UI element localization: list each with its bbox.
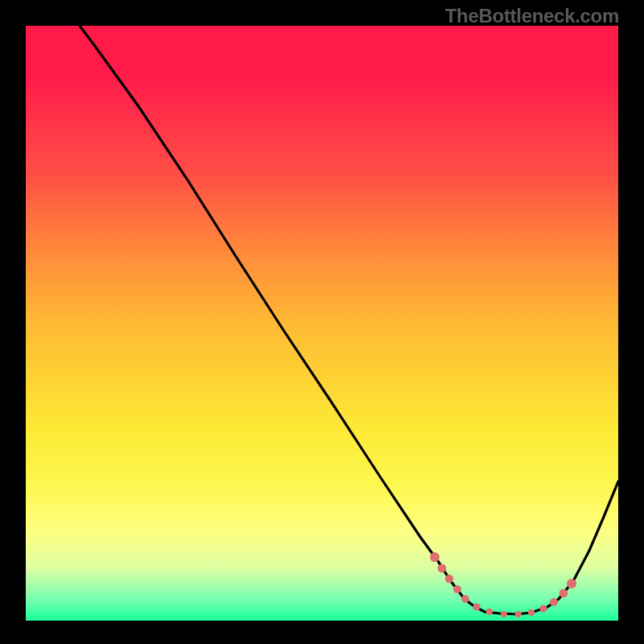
range-marker — [539, 605, 547, 612]
range-marker — [528, 609, 535, 616]
range-marker — [461, 595, 469, 603]
range-marker — [445, 575, 453, 583]
range-marker — [559, 589, 568, 598]
range-marker — [473, 603, 480, 610]
range-marker — [501, 611, 507, 617]
range-marker — [550, 598, 558, 606]
branding-watermark: TheBottleneck.com — [445, 5, 619, 27]
range-marker — [438, 564, 447, 573]
range-marker — [515, 611, 522, 617]
chart-svg-layer — [26, 26, 618, 621]
range-marker — [486, 609, 493, 615]
bottleneck-curve — [77, 26, 618, 614]
range-marker — [430, 552, 440, 562]
range-marker — [453, 585, 461, 593]
recommended-range-markers — [430, 552, 576, 617]
chart-plot-area — [26, 26, 618, 621]
range-marker — [567, 579, 576, 588]
